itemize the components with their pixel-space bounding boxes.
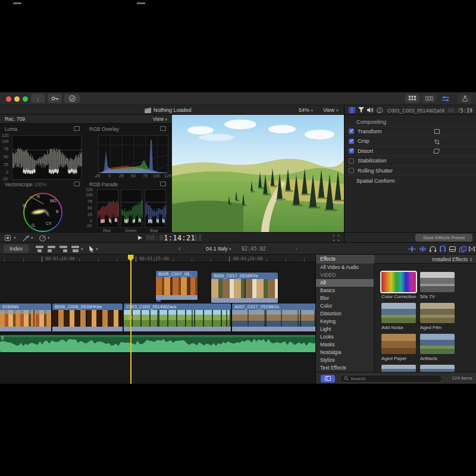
luma-tick: 120 bbox=[2, 133, 9, 137]
close-window-button[interactable] bbox=[6, 96, 11, 102]
effects-category-keying[interactable]: Keying bbox=[316, 318, 374, 325]
timeline-area[interactable]: 00:01:10:00 00:01:15:00 00:01:20:00 B005… bbox=[0, 255, 476, 384]
primary-clip[interactable]: 5150Ws bbox=[0, 303, 51, 332]
effect-thumb-partial[interactable] bbox=[420, 365, 455, 372]
index-button[interactable]: Index bbox=[4, 245, 29, 253]
sidebar-toggle-button[interactable] bbox=[321, 375, 335, 383]
video-inspector-tab-icon[interactable] bbox=[349, 107, 355, 113]
effect-thumb-add-noise[interactable] bbox=[381, 303, 416, 323]
audio-music-clip[interactable]: g bbox=[0, 335, 316, 352]
effects-category-video[interactable]: VIDEO bbox=[316, 271, 374, 279]
import-media-button[interactable]: ↓ bbox=[31, 94, 45, 103]
share-button[interactable] bbox=[458, 94, 471, 103]
background-tasks-button[interactable] bbox=[64, 94, 80, 103]
effects-search-field[interactable]: Search bbox=[340, 375, 442, 383]
effects-category-light[interactable]: Light bbox=[316, 325, 374, 333]
effect-thumb-aged-film[interactable] bbox=[420, 303, 455, 323]
connected-clip[interactable]: B005_C007_05.. bbox=[156, 271, 198, 300]
show-inspector-button[interactable] bbox=[439, 94, 453, 103]
save-effects-preset-button[interactable]: Save Effects Preset bbox=[415, 234, 472, 242]
previous-project-button[interactable]: ‹ bbox=[178, 245, 181, 252]
effects-inspector-tab-icon[interactable] bbox=[358, 107, 364, 113]
effect-thumb-artifacts[interactable] bbox=[420, 334, 455, 354]
viewer-canvas[interactable] bbox=[172, 115, 344, 232]
distort-icon[interactable] bbox=[433, 149, 440, 154]
primary-clip[interactable]: B006_C006_0516HKbs bbox=[52, 303, 123, 332]
show-browser-button[interactable] bbox=[405, 94, 419, 103]
effect-thumb-color-correction[interactable] bbox=[381, 272, 416, 292]
connected-clip[interactable]: B006_C017_0516RXs bbox=[211, 273, 278, 303]
effects-category-all[interactable]: All bbox=[316, 279, 374, 287]
vectorscope-target: CY bbox=[46, 221, 52, 226]
transform-icon[interactable] bbox=[434, 129, 440, 134]
overwrite-edit-button[interactable] bbox=[71, 246, 79, 252]
audio-inspector-tab-icon[interactable] bbox=[367, 107, 374, 113]
select-tool-icon[interactable] bbox=[89, 246, 94, 252]
inspector-row-distort[interactable]: Distort bbox=[345, 146, 476, 156]
scopes-view-menu[interactable]: View ▾ bbox=[153, 116, 167, 122]
scope-display-icon[interactable] bbox=[74, 126, 80, 131]
effects-category-basics[interactable]: Basics bbox=[316, 287, 374, 295]
clip-filmstrip bbox=[52, 310, 123, 327]
connect-edit-button[interactable] bbox=[36, 246, 43, 252]
skimming-toggle-icon[interactable] bbox=[408, 246, 416, 252]
effects-browser-toggle-icon[interactable] bbox=[459, 246, 466, 252]
installed-effects-filter[interactable]: Installed Effects ⇕ bbox=[432, 256, 473, 262]
play-button[interactable]: ▶ bbox=[138, 234, 142, 240]
effects-category-all-video-audio[interactable]: All Video & Audio bbox=[316, 264, 374, 271]
distort-checkbox[interactable] bbox=[349, 148, 354, 154]
effects-category-text-effects[interactable]: Text Effects bbox=[316, 364, 374, 372]
inspector-row-rolling-shutter[interactable]: Rolling Shutter bbox=[345, 166, 476, 176]
inspector-row-crop[interactable]: Crop bbox=[345, 137, 476, 146]
info-inspector-tab-icon[interactable]: ⓘ bbox=[377, 107, 383, 115]
viewer-zoom-menu[interactable]: 54% ▾ bbox=[299, 107, 313, 113]
transitions-browser-toggle-icon[interactable] bbox=[469, 246, 475, 252]
transform-overlay-menu-icon[interactable] bbox=[5, 235, 12, 241]
crop-icon[interactable] bbox=[434, 139, 440, 145]
keyword-editor-button[interactable] bbox=[48, 94, 62, 103]
effects-category-distortion[interactable]: Distortion bbox=[316, 310, 374, 318]
effect-thumb-aged-paper[interactable] bbox=[381, 334, 416, 354]
append-edit-button[interactable] bbox=[60, 246, 67, 252]
clip-filmstrip bbox=[232, 310, 316, 327]
effects-category-blur[interactable]: Blur bbox=[316, 295, 374, 302]
stabilization-checkbox[interactable] bbox=[349, 158, 354, 164]
project-name-menu[interactable]: 04.1 Italy ▾ bbox=[206, 246, 231, 252]
scope-display-icon[interactable] bbox=[160, 181, 166, 186]
inspector-row-spatial-conform[interactable]: Spatial Conform bbox=[345, 176, 476, 186]
next-project-button[interactable]: › bbox=[295, 245, 298, 252]
effects-category-color[interactable]: Color bbox=[316, 302, 374, 310]
clip-appearance-icon[interactable] bbox=[449, 246, 456, 252]
show-timeline-button[interactable] bbox=[422, 94, 436, 103]
effect-thumb-partial[interactable] bbox=[381, 365, 416, 372]
snapping-toggle-icon[interactable] bbox=[439, 246, 446, 252]
chevron-down-icon: ▾ bbox=[336, 108, 339, 112]
audio-meter[interactable] bbox=[195, 234, 197, 241]
zoom-window-button[interactable] bbox=[23, 96, 28, 102]
vectorscope-title: Vectorscope 100% bbox=[5, 181, 47, 187]
timeline-ruler[interactable]: 00:01:10:00 00:01:15:00 00:01:20:00 bbox=[0, 255, 315, 262]
transform-checkbox[interactable] bbox=[349, 129, 354, 134]
effect-thumb-50s-tv[interactable] bbox=[420, 272, 455, 292]
viewer-view-menu[interactable]: View ▾ bbox=[323, 107, 338, 113]
minimize-window-button[interactable] bbox=[14, 96, 20, 102]
audio-meter[interactable] bbox=[199, 234, 201, 241]
inspector-row-stabilization[interactable]: Stabilization bbox=[345, 156, 476, 166]
effects-category-stylize[interactable]: Stylize bbox=[316, 356, 374, 364]
retime-gauge-icon[interactable] bbox=[39, 235, 46, 242]
rolling-shutter-checkbox[interactable] bbox=[349, 168, 354, 173]
inspector-row-transform[interactable]: Transform bbox=[345, 127, 476, 136]
primary-clip-selected[interactable]: C003_C003_0514WZacs bbox=[124, 303, 231, 332]
insert-edit-button[interactable] bbox=[48, 246, 55, 252]
scope-display-icon[interactable] bbox=[74, 181, 80, 186]
primary-clip[interactable]: A007_C017_0515BGs bbox=[232, 303, 316, 332]
effects-category-masks[interactable]: Masks bbox=[316, 341, 374, 349]
solo-headphones-icon[interactable] bbox=[430, 246, 436, 252]
effects-category-looks[interactable]: Looks bbox=[316, 333, 374, 341]
crop-checkbox[interactable] bbox=[349, 139, 354, 144]
audio-skimming-toggle-icon[interactable] bbox=[419, 246, 427, 252]
effects-category-nostalgia[interactable]: Nostalgia bbox=[316, 349, 374, 356]
fullscreen-icon[interactable] bbox=[333, 235, 339, 241]
scope-display-icon[interactable] bbox=[160, 126, 166, 131]
effects-wand-icon[interactable] bbox=[23, 235, 30, 242]
